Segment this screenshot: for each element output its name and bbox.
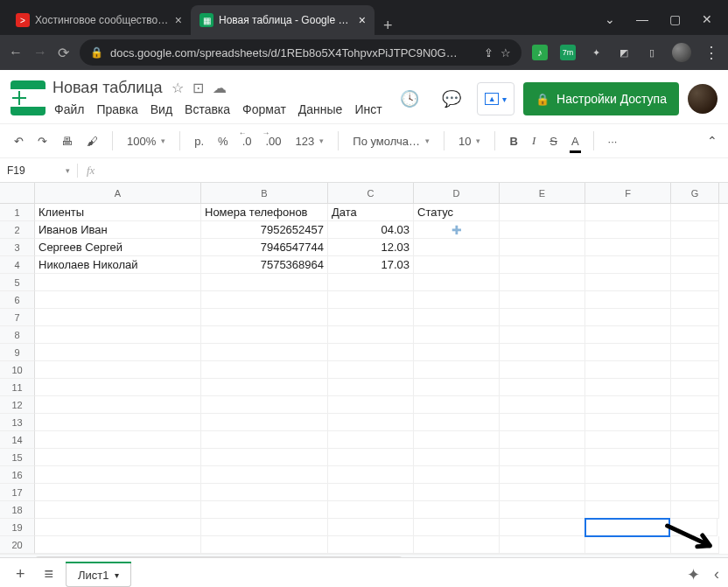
cell[interactable] [201,396,328,414]
cell[interactable]: 12.03 [328,239,414,256]
increase-decimal-button[interactable]: →.00 [262,131,285,151]
cell[interactable] [585,274,671,291]
cell[interactable]: Сергеев Сергей [35,239,201,256]
cell[interactable] [201,466,328,484]
cell[interactable] [500,361,585,379]
cell[interactable] [500,536,585,554]
cell[interactable] [585,501,671,519]
cell[interactable] [328,344,414,361]
spreadsheet-grid[interactable]: ABCDEFG 1КлиентыНомера телефоновДатаСтат… [0,183,728,557]
cell[interactable] [414,466,500,484]
sheet-tab[interactable]: Лист1 ▾ [66,562,130,587]
redo-icon[interactable]: ↷ [34,131,51,151]
row-header[interactable]: 12 [0,396,35,414]
cell[interactable] [328,484,414,501]
cell[interactable] [500,344,585,361]
cell[interactable] [414,431,500,449]
cell[interactable] [414,361,500,379]
name-box[interactable]: F19 ▾ [0,164,77,177]
cell[interactable]: 7952652457 [201,221,328,239]
cell[interactable] [201,274,328,291]
cell[interactable] [35,449,201,466]
cell[interactable] [328,396,414,414]
cell[interactable] [35,466,201,484]
more-toolbar-button[interactable]: ··· [605,131,621,151]
cell[interactable] [35,536,201,554]
collapse-toolbar-icon[interactable]: ⌃ [707,134,718,148]
cell[interactable] [35,396,201,414]
print-icon[interactable]: 🖶 [58,131,76,151]
cell[interactable] [328,414,414,431]
cell[interactable] [500,239,585,256]
cell[interactable]: 04.03 [328,221,414,239]
row-header[interactable]: 6 [0,291,35,309]
cell[interactable] [414,326,500,344]
row-header[interactable]: 4 [0,256,35,274]
cell[interactable] [500,309,585,326]
text-color-button[interactable]: A [568,131,583,151]
cell[interactable] [328,291,414,309]
cell[interactable] [414,256,500,274]
paintformat-icon[interactable]: 🖌 [83,131,102,151]
row-header[interactable]: 13 [0,414,35,431]
reload-icon[interactable]: ⟳ [58,45,69,61]
share-button[interactable]: 🔒 Настройки Доступа [523,82,679,115]
cell[interactable] [414,239,500,256]
row-header[interactable]: 18 [0,501,35,519]
cell[interactable] [414,501,500,519]
comments-icon[interactable]: 💬 [435,82,468,115]
column-header[interactable]: C [328,183,414,203]
row-header[interactable]: 19 [0,519,35,536]
cell[interactable] [201,379,328,396]
cell[interactable] [585,326,671,344]
star-icon[interactable]: ☆ [172,80,184,96]
cell[interactable] [585,431,671,449]
cell[interactable]: Николаев Николай [35,256,201,274]
cell[interactable]: 7575368964 [201,256,328,274]
row-header[interactable]: 7 [0,309,35,326]
cell[interactable] [671,379,719,396]
cell[interactable] [585,344,671,361]
cell[interactable]: Номера телефонов [201,204,328,221]
cell[interactable] [671,466,719,484]
row-header[interactable]: 2 [0,221,35,239]
menu-data[interactable]: Данные [298,102,343,116]
cell[interactable] [201,414,328,431]
cell[interactable] [201,449,328,466]
cell[interactable] [671,204,719,221]
row-header[interactable]: 10 [0,361,35,379]
column-header[interactable]: D [414,183,500,203]
sheets-logo-icon[interactable] [10,80,46,115]
cell[interactable] [414,536,500,554]
cell[interactable] [500,221,585,239]
cell[interactable] [328,361,414,379]
decrease-decimal-button[interactable]: ←.0 [239,131,256,151]
menu-tools[interactable]: Инст [354,102,382,116]
cell[interactable] [328,466,414,484]
present-button[interactable]: ▲ ▾ [477,82,514,115]
sidebar-collapse-icon[interactable]: ‹ [714,565,719,584]
cell[interactable] [201,291,328,309]
cell[interactable] [585,396,671,414]
cell[interactable] [585,256,671,274]
menu-view[interactable]: Вид [150,102,172,116]
cell[interactable] [201,536,328,554]
profile-avatar[interactable] [672,43,691,62]
cell[interactable] [671,431,719,449]
cell[interactable] [414,449,500,466]
cell[interactable] [500,256,585,274]
cell[interactable] [201,309,328,326]
cell[interactable] [35,309,201,326]
cell[interactable] [35,274,201,291]
row-header[interactable]: 11 [0,379,35,396]
row-header[interactable]: 8 [0,326,35,344]
explore-icon[interactable]: ✦ [687,565,700,584]
cell[interactable] [328,379,414,396]
cell[interactable] [585,309,671,326]
cell[interactable] [201,519,328,536]
cell[interactable] [201,484,328,501]
move-icon[interactable]: ⊡ [192,80,204,96]
cell[interactable]: Иванов Иван [35,221,201,239]
cell[interactable] [328,449,414,466]
cell[interactable] [671,449,719,466]
